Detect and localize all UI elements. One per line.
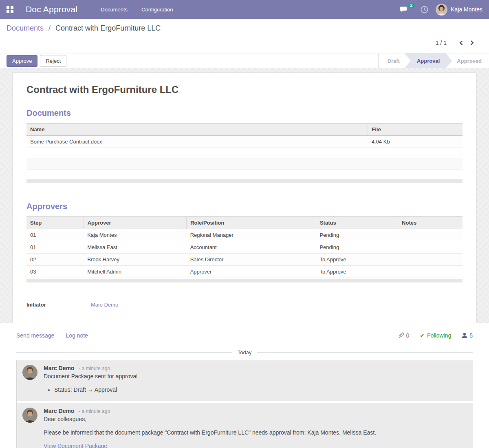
documents-col-name[interactable]: Name (26, 124, 368, 136)
status-step-draft[interactable]: Draft (380, 53, 407, 68)
approver-role: Regional Manager (187, 229, 316, 241)
approvers-col-role[interactable]: Role/Position (187, 216, 316, 229)
attachment-count: 0 (406, 332, 410, 339)
approvers-col-status[interactable]: Status (316, 216, 398, 229)
initiator-field: Initiator Marc Demo (26, 299, 463, 311)
approver-role: Approver (187, 265, 316, 278)
approver-row[interactable]: 03 Mitchell Admin Approver To Approve (26, 265, 463, 278)
message-author[interactable]: Marc Demo (44, 365, 74, 371)
approver-name: Mitchell Admin (84, 265, 187, 278)
action-bar: Approve Reject Draft Approval Approved (0, 53, 489, 68)
approver-step: 03 (26, 265, 84, 278)
record-title: Contract with ErgoFurniture LLC (26, 84, 463, 95)
approver-name: Brook Harvey (84, 253, 187, 265)
message: Marc Demo - a minute ago Document Packag… (17, 360, 473, 401)
approver-name: Kaja Montes (84, 229, 187, 241)
followers-person-icon (462, 332, 467, 338)
initiator-value-link[interactable]: Marc Demo (87, 299, 176, 311)
approver-status: Pending (316, 241, 398, 253)
view-document-package-link[interactable]: View Document Package (44, 443, 468, 448)
statusbar: Draft Approval Approved (378, 53, 489, 68)
approver-role: Accountant (187, 241, 316, 253)
message-list: Marc Demo - a minute ago Document Packag… (16, 360, 473, 448)
approver-step: 02 (26, 253, 84, 265)
empty-row (26, 170, 463, 179)
following-button[interactable]: ✔ Following (420, 332, 451, 339)
menu-documents[interactable]: Documents (100, 4, 128, 15)
documents-table-footer (26, 179, 463, 183)
user-avatar (436, 4, 447, 15)
followers-button[interactable]: 5 (462, 332, 473, 339)
message-author-avatar (22, 365, 37, 380)
messages-icon[interactable]: 2 (400, 6, 409, 13)
menu-configuration[interactable]: Configuration (141, 4, 174, 15)
breadcrumb-parent[interactable]: Documents (7, 24, 44, 32)
apps-menu-icon[interactable] (7, 6, 13, 13)
approver-row[interactable]: 01 Kaja Montes Regional Manager Pending (26, 229, 463, 241)
date-divider: Today (16, 349, 473, 355)
activities-clock-icon[interactable] (421, 6, 428, 13)
user-menu[interactable]: Kaja Montes (436, 4, 482, 15)
approver-notes (398, 253, 463, 265)
approver-status: To Approve (316, 265, 398, 278)
approver-name: Melissa East (84, 241, 187, 253)
breadcrumb: Documents / Contract with ErgoFurniture … (7, 24, 482, 33)
status-step-approval[interactable]: Approval (405, 53, 452, 68)
approver-status: Pending (316, 229, 398, 241)
approver-notes (398, 229, 463, 241)
chatter-toolbar: Send message Log note 0 ✔ Following 5 (16, 332, 473, 339)
message-author-avatar (22, 408, 37, 423)
message-timestamp: - a minute ago (79, 366, 110, 371)
messages-count-badge: 2 (408, 3, 415, 8)
paperclip-icon (398, 332, 404, 339)
status-step-approved[interactable]: Approved (449, 53, 489, 68)
breadcrumb-current: Contract with ErgoFurniture LLC (55, 24, 161, 32)
approver-step: 01 (26, 229, 84, 241)
documents-section-heading: Documents (26, 108, 463, 118)
following-label: Following (427, 332, 451, 339)
top-navbar: Doc Approval Documents Configuration 2 (0, 0, 489, 19)
pager-counter: 1 / 1 (436, 40, 447, 46)
follower-count: 5 (469, 332, 473, 339)
document-file-size: 4.04 Kb (368, 136, 463, 148)
pager-previous-icon[interactable] (456, 38, 467, 47)
approvers-col-notes[interactable]: Notes (398, 216, 463, 229)
reject-button[interactable]: Reject (40, 55, 66, 67)
approvers-table: Step Approver Role/Position Status Notes… (26, 216, 463, 278)
message-tracking-value: Status: Draft → Approval (54, 386, 468, 393)
empty-row (26, 148, 463, 159)
chatter: Send message Log note 0 ✔ Following 5 (0, 323, 489, 448)
message-greeting: Dear colleagues, (44, 416, 468, 422)
documents-table: Name File Some Purchase Contract.docx 4.… (26, 123, 463, 179)
log-note-button[interactable]: Log note (66, 332, 88, 339)
documents-col-file[interactable]: File (368, 124, 463, 136)
app-title: Doc Approval (26, 4, 77, 14)
send-message-button[interactable]: Send message (16, 332, 54, 339)
approver-notes (398, 265, 463, 278)
initiator-label: Initiator (26, 302, 87, 308)
message-body: Please be informed that the document pac… (44, 429, 468, 436)
main-menu: Documents Configuration (100, 4, 174, 15)
approvers-section-heading: Approvers (26, 202, 463, 211)
message: Marc Demo - a minute ago Dear colleagues… (17, 403, 473, 448)
message-author[interactable]: Marc Demo (44, 408, 74, 414)
approver-notes (398, 241, 463, 253)
control-panel: Documents / Contract with ErgoFurniture … (0, 19, 489, 53)
approver-step: 01 (26, 241, 84, 253)
approvers-col-approver[interactable]: Approver (84, 216, 187, 229)
date-divider-label: Today (238, 349, 252, 355)
attachments-button[interactable]: 0 (398, 332, 410, 339)
document-name: Some Purchase Contract.docx (26, 136, 368, 148)
approve-button[interactable]: Approve (7, 55, 37, 67)
message-timestamp: - a minute ago (79, 408, 110, 414)
breadcrumb-separator: / (48, 24, 51, 32)
form-view-background: Contract with ErgoFurniture LLC Document… (0, 68, 489, 323)
document-row[interactable]: Some Purchase Contract.docx 4.04 Kb (26, 136, 463, 148)
approver-role: Sales Director (187, 253, 316, 265)
pager-next-icon[interactable] (467, 38, 478, 47)
approvers-col-step[interactable]: Step (26, 216, 84, 229)
approver-row[interactable]: 01 Melissa East Accountant Pending (26, 241, 463, 253)
form-sheet: Contract with ErgoFurniture LLC Document… (13, 72, 476, 323)
systray: 2 Kaja Montes (400, 4, 482, 15)
approver-row[interactable]: 02 Brook Harvey Sales Director To Approv… (26, 253, 463, 265)
